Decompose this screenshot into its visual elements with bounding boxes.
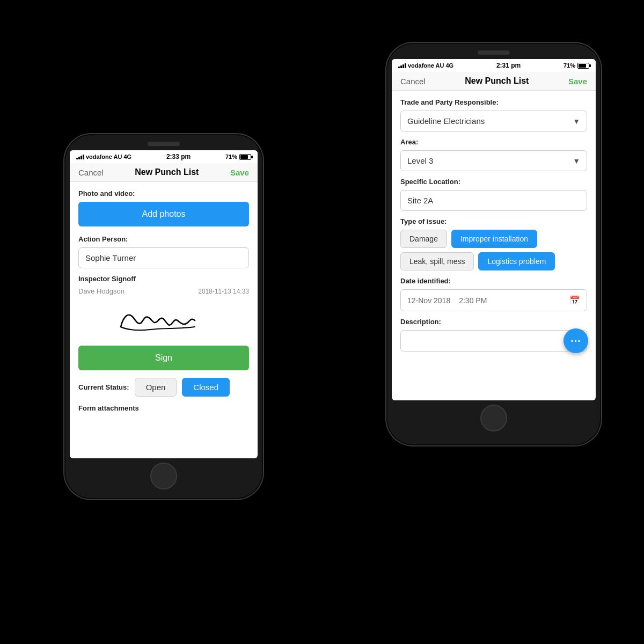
signal-bar-4	[83, 155, 84, 159]
date-label: Date identified:	[400, 277, 587, 285]
nav-bar-right: Cancel New Punch List Save	[392, 72, 596, 91]
signature-area	[78, 297, 249, 340]
home-button-left[interactable]	[150, 463, 177, 489]
type-label: Type of issue:	[400, 217, 587, 225]
calendar-icon: 📅	[569, 295, 580, 305]
sign-button[interactable]: Sign	[78, 346, 249, 370]
time-value: 2:30 PM	[459, 296, 487, 305]
screen-right: vodafone AU 4G 2:31 pm 71% Cancel New Pu…	[392, 59, 596, 400]
inspector-signoff-label: Inspector Signoff	[78, 275, 249, 283]
signal-bar-3	[80, 156, 82, 159]
trade-dropdown[interactable]: Guideline Electricians ▼	[400, 111, 587, 131]
screen-left: vodafone AU 4G 2:33 pm 71% Cancel New Pu…	[70, 150, 258, 458]
page-title-right: New Punch List	[465, 76, 529, 86]
phone-right: vodafone AU 4G 2:31 pm 71% Cancel New Pu…	[386, 43, 601, 445]
area-dropdown[interactable]: Level 3 ▼	[400, 150, 587, 171]
action-person-label: Action Person:	[78, 235, 249, 243]
location-input[interactable]: Site 2A	[400, 190, 587, 211]
status-left-left: vodafone AU 4G	[76, 153, 131, 160]
save-button-left[interactable]: Save	[230, 168, 249, 177]
carrier-right: vodafone AU 4G	[408, 62, 453, 69]
page-title-left: New Punch List	[135, 167, 199, 177]
area-value: Level 3	[407, 156, 433, 165]
cancel-button-left[interactable]: Cancel	[78, 168, 104, 177]
signoff-row: Dave Hodgson 2018-11-13 14:33	[78, 287, 249, 295]
nav-bar-left: Cancel New Punch List Save	[70, 163, 258, 182]
speaker-right	[478, 50, 510, 55]
status-bar-left: vodafone AU 4G 2:33 pm 71%	[70, 150, 258, 163]
date-left: 12-Nov 2018 2:30 PM	[407, 296, 487, 305]
carrier-left: vodafone AU 4G	[86, 153, 131, 160]
signal-bar-r2	[400, 65, 402, 68]
action-person-input[interactable]: Sophie Turner	[78, 247, 249, 268]
signoff-date: 2018-11-13 14:33	[198, 288, 249, 295]
trade-dropdown-arrow: ▼	[573, 117, 580, 126]
save-button-right[interactable]: Save	[568, 77, 587, 86]
speaker-left	[148, 142, 180, 146]
type-btn-logistics[interactable]: Logistics problem	[478, 252, 555, 270]
battery-icon-left	[239, 154, 251, 160]
time-right: 2:31 pm	[496, 62, 521, 69]
signal-bars-right	[398, 63, 406, 68]
fab-dots: ···	[570, 335, 581, 347]
battery-pct-right: 71%	[564, 62, 575, 69]
add-photos-button[interactable]: Add photos	[78, 202, 249, 226]
signature-svg	[110, 300, 217, 338]
battery-icon-right	[577, 63, 589, 69]
closed-status-button[interactable]: Closed	[182, 378, 230, 397]
area-dropdown-arrow: ▼	[573, 157, 580, 165]
cancel-button-right[interactable]: Cancel	[400, 77, 426, 86]
signal-bars-left	[76, 154, 84, 159]
signal-bar-1	[76, 158, 78, 159]
fab-button[interactable]: ···	[564, 328, 588, 353]
area-label: Area:	[400, 138, 587, 146]
description-input[interactable]	[400, 330, 587, 352]
current-status-label: Current Status:	[78, 383, 129, 391]
date-value: 12-Nov 2018	[407, 296, 450, 305]
home-button-right[interactable]	[480, 405, 507, 431]
status-left-right: vodafone AU 4G	[398, 62, 453, 69]
description-label: Description:	[400, 318, 587, 326]
signal-bar-r1	[398, 67, 400, 68]
photo-video-label: Photo and video:	[78, 189, 249, 197]
date-row[interactable]: 12-Nov 2018 2:30 PM 📅	[400, 289, 587, 311]
signal-bar-r4	[405, 63, 406, 68]
status-right-right: 71%	[564, 62, 589, 69]
phone-left: vodafone AU 4G 2:33 pm 71% Cancel New Pu…	[64, 134, 263, 499]
trade-label: Trade and Party Responsible:	[400, 98, 587, 106]
location-label: Specific Location:	[400, 178, 587, 186]
status-right-left: 71%	[225, 153, 251, 160]
open-status-button[interactable]: Open	[135, 378, 177, 397]
type-btn-improper[interactable]: Improper installation	[451, 230, 537, 248]
signoff-name: Dave Hodgson	[78, 287, 125, 295]
battery-fill-left	[240, 155, 248, 159]
signal-bar-r3	[402, 64, 404, 68]
type-btn-damage[interactable]: Damage	[400, 230, 447, 248]
signal-bar-2	[78, 157, 80, 159]
form-left: Photo and video: Add photos Action Perso…	[70, 182, 258, 424]
form-attachments-label: Form attachments	[78, 404, 249, 412]
type-btn-leak[interactable]: Leak, spill, mess	[400, 252, 474, 270]
time-left: 2:33 pm	[166, 153, 191, 160]
status-bar-right: vodafone AU 4G 2:31 pm 71%	[392, 59, 596, 72]
phones-container: vodafone AU 4G 2:33 pm 71% Cancel New Pu…	[0, 0, 644, 644]
form-right: Trade and Party Responsible: Guideline E…	[392, 91, 596, 359]
trade-value: Guideline Electricians	[407, 116, 485, 126]
battery-pct-left: 71%	[225, 153, 237, 160]
battery-fill-right	[579, 64, 586, 68]
type-buttons-group: Damage Improper installation Leak, spill…	[400, 230, 587, 270]
current-status-row: Current Status: Open Closed	[78, 378, 249, 397]
